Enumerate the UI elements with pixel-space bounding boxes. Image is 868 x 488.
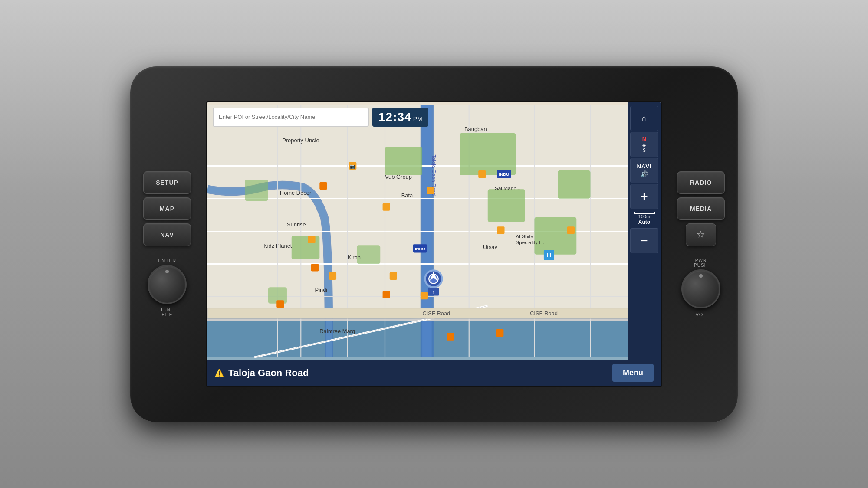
navi-volume-icon: 🔊 (641, 170, 648, 177)
map-area[interactable]: CISF Road CISF Road H Pr (207, 102, 661, 360)
svg-rect-60 (311, 264, 319, 271)
svg-rect-23 (460, 133, 516, 175)
svg-text:CISF Road: CISF Road (422, 310, 450, 316)
svg-rect-25 (534, 217, 576, 254)
compass-icon: ◈ (642, 142, 646, 148)
infotainment-unit: SETUP MAP NAV ENTER TUNEFILE (130, 66, 738, 422)
right-button-panel: RADIO MEDIA ☆ PWRPUSH VOL (677, 171, 725, 317)
svg-rect-61 (383, 291, 390, 298)
enter-knob-area: ENTER TUNEFILE (148, 258, 187, 317)
svg-rect-58 (421, 291, 428, 299)
navi-button[interactable]: NAVI 🔊 (630, 158, 658, 183)
svg-text:Kidz Planet: Kidz Planet (263, 242, 292, 249)
svg-text:Property Uncle: Property Uncle (282, 137, 319, 144)
map-controls-panel: ⌂ N ◈ S NAVI 🔊 + (628, 102, 661, 386)
map-button[interactable]: MAP (143, 197, 191, 220)
zoom-in-icon: + (641, 190, 648, 203)
zoom-in-button[interactable]: + (630, 184, 658, 209)
svg-text:Vub Group: Vub Group (385, 174, 412, 180)
time-value: 12:34 (378, 110, 412, 124)
svg-rect-64 (447, 333, 454, 340)
star-icon: ☆ (697, 229, 705, 240)
current-road-name: Taloja Gaon Road (228, 367, 612, 379)
svg-rect-51 (427, 187, 434, 194)
pwr-push-label: PWRPUSH (694, 258, 708, 268)
scale-indicator: 100m Auto (630, 210, 658, 227)
tune-file-label: TUNEFILE (160, 308, 174, 317)
svg-rect-24 (488, 189, 525, 222)
zoom-out-button[interactable]: − (630, 228, 658, 253)
volume-knob-area: PWRPUSH VOL (681, 258, 720, 317)
scale-text: 100m (638, 214, 651, 219)
svg-rect-56 (390, 272, 397, 279)
svg-rect-53 (497, 226, 504, 234)
radio-button[interactable]: RADIO (677, 171, 725, 194)
compass-north-label: N (642, 136, 646, 142)
svg-text:📷: 📷 (350, 163, 356, 169)
enter-label: ENTER (158, 258, 176, 263)
svg-rect-52 (478, 170, 486, 178)
svg-text:CISF Road: CISF Road (530, 310, 558, 316)
time-ampm: PM (413, 115, 422, 122)
enter-knob[interactable] (148, 265, 187, 304)
svg-text:Pindi: Pindi (315, 286, 328, 293)
svg-rect-55 (329, 272, 336, 279)
svg-text:INDU: INDU (415, 246, 425, 251)
svg-text:INDU: INDU (499, 171, 510, 176)
svg-text:Sai Mann...: Sai Mann... (495, 185, 521, 191)
volume-knob[interactable] (681, 269, 720, 308)
auto-label: Auto (638, 219, 650, 225)
svg-rect-57 (308, 236, 315, 243)
setup-button[interactable]: SETUP (143, 171, 191, 194)
menu-button[interactable]: Menu (612, 364, 654, 382)
favorites-button[interactable]: ☆ (686, 223, 716, 246)
search-input[interactable] (219, 114, 363, 120)
media-button[interactable]: MEDIA (677, 197, 725, 220)
nav-button[interactable]: NAV (143, 223, 191, 246)
svg-text:Home Decor: Home Decor (280, 190, 312, 196)
svg-text:Kiran: Kiran (348, 254, 361, 260)
svg-text:Al Shifa: Al Shifa (516, 233, 533, 239)
road-warning-icon: ⚠️ (214, 368, 224, 378)
svg-rect-22 (385, 147, 422, 175)
compass-button[interactable]: N ◈ S (630, 132, 658, 157)
svg-rect-50 (383, 203, 390, 210)
infotainment-screen: CISF Road CISF Road H Pr (206, 101, 662, 387)
search-bar[interactable] (213, 108, 369, 127)
compass-south-label: S (643, 148, 646, 153)
dashboard: SETUP MAP NAV ENTER TUNEFILE (0, 0, 868, 488)
navi-label: NAVI (637, 163, 651, 170)
svg-rect-63 (496, 329, 503, 337)
svg-text:Bata: Bata (401, 192, 413, 199)
time-display: 12:34 PM (372, 108, 428, 127)
map-svg: CISF Road CISF Road H Pr (207, 102, 661, 360)
svg-text:Baugban: Baugban (464, 125, 487, 132)
svg-text:Utsav: Utsav (483, 243, 498, 250)
svg-rect-54 (567, 226, 575, 234)
home-icon: ⌂ (641, 113, 647, 123)
zoom-out-icon: − (641, 234, 648, 248)
home-button[interactable]: ⌂ (630, 106, 658, 131)
svg-text:Sunrise: Sunrise (287, 221, 306, 228)
bottom-navigation-bar: ⚠️ Taloja Gaon Road Menu (207, 360, 661, 386)
svg-rect-29 (245, 180, 268, 200)
left-button-panel: SETUP MAP NAV ENTER TUNEFILE (143, 171, 191, 317)
svg-text:H: H (546, 251, 551, 259)
svg-rect-59 (319, 182, 327, 189)
vol-label: VOL (695, 312, 706, 317)
svg-text:Speciality H.: Speciality H. (516, 239, 544, 246)
svg-text:Raintree Marg: Raintree Marg (319, 328, 355, 334)
svg-rect-26 (558, 170, 590, 199)
svg-rect-62 (276, 300, 284, 308)
svg-text:↑: ↑ (433, 290, 435, 295)
